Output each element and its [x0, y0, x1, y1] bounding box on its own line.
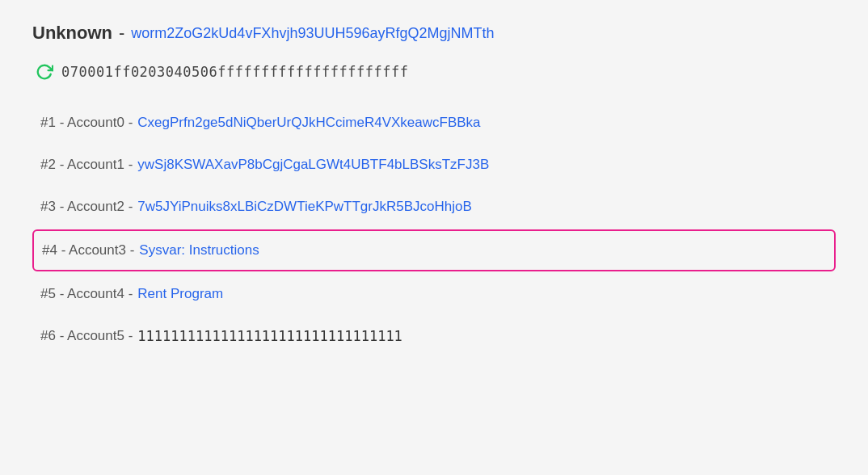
hash-text: 070001ff0203040506ffffffffffffffffffffff	[61, 64, 408, 80]
header-link[interactable]: worm2ZoG2kUd4vFXhvjh93UUH596ayRfgQ2MgjNM…	[131, 25, 494, 42]
header-label: Unknown	[32, 23, 112, 44]
account-row-1: #1 - Account0 - CxegPrfn2ge5dNiQberUrQJk…	[32, 103, 836, 142]
account-label-4: #4 - Account3 -	[42, 242, 134, 259]
account-link-1[interactable]: CxegPrfn2ge5dNiQberUrQJkHCcimeR4VXkeawcF…	[137, 115, 480, 131]
account-link-3[interactable]: 7w5JYiPnuiks8xLBiCzDWTieKPwTTgrJkR5BJcoH…	[137, 199, 471, 215]
account-row-5: #5 - Account4 - Rent Program	[32, 275, 836, 313]
main-container: Unknown - worm2ZoG2kUd4vFXhvjh93UUH596ay…	[32, 16, 836, 355]
header-dash: -	[119, 23, 124, 44]
account-link-2[interactable]: ywSj8KSWAXavP8bCgjCgaLGWt4UBTF4bLBSksTzF…	[137, 157, 489, 173]
account-link-5[interactable]: Rent Program	[137, 286, 223, 302]
refresh-icon[interactable]	[36, 63, 53, 81]
header-row: Unknown - worm2ZoG2kUd4vFXhvjh93UUH596ay…	[32, 16, 836, 44]
account-label-3: #3 - Account2 -	[40, 199, 133, 215]
account-label-2: #2 - Account1 -	[40, 157, 133, 173]
account-label-1: #1 - Account0 -	[40, 115, 133, 131]
account-row-3: #3 - Account2 - 7w5JYiPnuiks8xLBiCzDWTie…	[32, 187, 836, 226]
accounts-list: #1 - Account0 - CxegPrfn2ge5dNiQberUrQJk…	[32, 103, 836, 355]
account-link-4[interactable]: Sysvar: Instructions	[139, 242, 259, 259]
account-mono-6: 11111111111111111111111111111111	[137, 328, 402, 344]
refresh-row: 070001ff0203040506ffffffffffffffffffffff	[32, 63, 836, 81]
account-label-5: #5 - Account4 -	[40, 286, 133, 302]
account-row-2: #2 - Account1 - ywSj8KSWAXavP8bCgjCgaLGW…	[32, 145, 836, 184]
account-label-6: #6 - Account5 -	[40, 328, 133, 344]
account-row-6: #6 - Account5 - 111111111111111111111111…	[32, 317, 836, 355]
account-row-4: #4 - Account3 - Sysvar: Instructions	[32, 229, 836, 271]
